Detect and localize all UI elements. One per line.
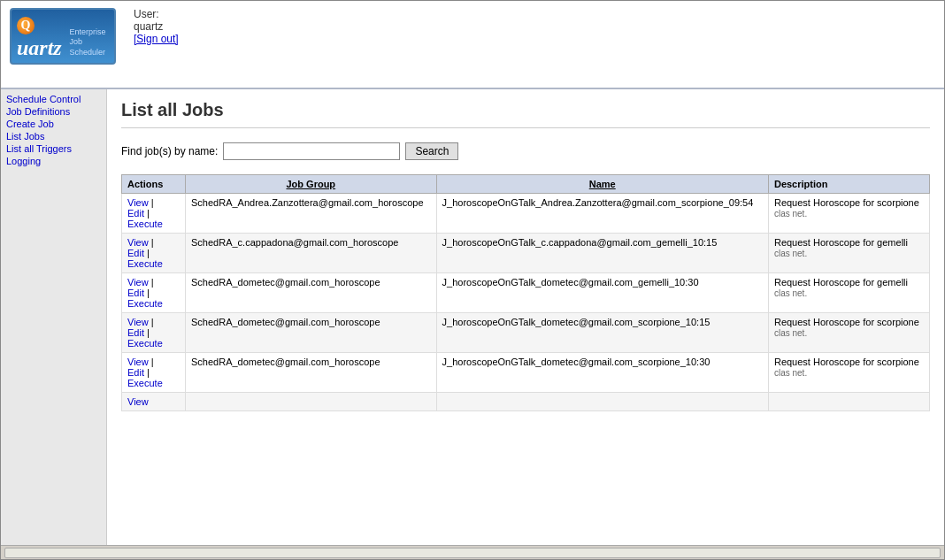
col-actions: Actions — [122, 175, 186, 194]
search-row: Find job(s) by name: Search — [121, 142, 930, 160]
job-description-cell: Request Horoscope for scorpioneclas net. — [768, 194, 929, 234]
table-row: View |Edit |ExecuteSchedRA_dometec@gmail… — [122, 353, 930, 393]
job-description-cell: Request Horoscope for scorpioneclas net. — [768, 313, 929, 353]
user-label: User: — [134, 8, 179, 20]
action-cell: View |Edit |Execute — [122, 313, 186, 353]
action-edit[interactable]: Edit — [127, 208, 144, 219]
action-edit[interactable]: Edit — [127, 288, 144, 298]
action-cell: View — [122, 393, 186, 411]
sidebar-item-schedule-control[interactable]: Schedule Control — [1, 93, 106, 105]
jobs-table: Actions Job Group Name Description View … — [121, 174, 930, 411]
action-view[interactable]: View — [127, 317, 149, 327]
table-header-row: Actions Job Group Name Description — [122, 175, 930, 194]
job-group-cell: SchedRA_dometec@gmail.com_horoscope — [186, 353, 437, 393]
action-cell: View |Edit |Execute — [122, 353, 186, 393]
logo-q-icon: Q — [17, 17, 35, 35]
logo-q: Quartz — [17, 12, 65, 60]
job-name-cell: J_horoscopeOnGTalk_dometec@gmail.com_sco… — [436, 353, 768, 393]
action-edit[interactable]: Edit — [127, 248, 144, 258]
sidebar: Schedule Control Job Definitions Create … — [1, 89, 107, 545]
logo: Quartz Enterprise Job Scheduler — [10, 8, 116, 65]
job-group-cell: SchedRA_dometec@gmail.com_horoscope — [186, 273, 437, 313]
sidebar-item-job-definitions[interactable]: Job Definitions — [1, 105, 106, 118]
job-name-cell: J_horoscopeOnGTalk_dometec@gmail.com_sco… — [436, 313, 768, 353]
job-name-cell: J_horoscopeOnGTalk_Andrea.Zanzottera@gma… — [436, 194, 768, 234]
bottom-scrollbar-bar — [1, 545, 944, 559]
action-view[interactable]: View — [127, 277, 149, 288]
action-edit[interactable]: Edit — [127, 327, 144, 338]
sign-out-link[interactable]: [Sign out] — [134, 33, 179, 45]
action-view[interactable]: View — [127, 197, 149, 208]
table-row: View |Edit |ExecuteSchedRA_dometec@gmail… — [122, 273, 930, 313]
job-description-cell: Request Horoscope for gemelliclas net. — [768, 273, 929, 313]
job-name-cell: J_horoscopeOnGTalk_dometec@gmail.com_gem… — [436, 273, 768, 313]
action-cell: View |Edit |Execute — [122, 273, 186, 313]
table-row: View — [122, 393, 930, 411]
table-row: View |Edit |ExecuteSchedRA_Andrea.Zanzot… — [122, 194, 930, 234]
job-description-cell: Request Horoscope for scorpioneclas net. — [768, 353, 929, 393]
col-description: Description — [768, 175, 929, 194]
action-view[interactable]: View — [127, 237, 149, 248]
sidebar-item-logging[interactable]: Logging — [1, 155, 106, 167]
col-name: Name — [436, 175, 768, 194]
action-execute[interactable]: Execute — [127, 298, 163, 309]
col-job-group: Job Group — [186, 175, 437, 194]
action-execute[interactable]: Execute — [127, 378, 163, 388]
search-input[interactable] — [223, 142, 400, 160]
content-area: List all Jobs Find job(s) by name: Searc… — [107, 89, 944, 545]
sidebar-item-create-job[interactable]: Create Job — [1, 118, 106, 130]
action-execute[interactable]: Execute — [127, 219, 163, 229]
job-name-cell: J_horoscopeOnGTalk_c.cappadona@gmail.com… — [436, 234, 768, 273]
action-edit[interactable]: Edit — [127, 367, 144, 378]
action-cell: View |Edit |Execute — [122, 194, 186, 234]
table-row: View |Edit |ExecuteSchedRA_c.cappadona@g… — [122, 234, 930, 273]
logo-brand: Enterprise Job Scheduler — [69, 14, 109, 58]
user-info: User: quartz [Sign out] — [134, 8, 179, 45]
action-execute[interactable]: Execute — [127, 338, 163, 349]
job-description-cell: Request Horoscope for gemelliclas net. — [768, 234, 929, 273]
sidebar-item-list-jobs[interactable]: List Jobs — [1, 130, 106, 142]
job-group-cell: SchedRA_c.cappadona@gmail.com_horoscope — [186, 234, 437, 273]
header: Quartz Enterprise Job Scheduler User: qu… — [1, 1, 944, 89]
user-name: quartz — [134, 20, 179, 33]
page-title: List all Jobs — [121, 100, 930, 128]
table-body: View |Edit |ExecuteSchedRA_Andrea.Zanzot… — [122, 194, 930, 411]
table-row: View |Edit |ExecuteSchedRA_dometec@gmail… — [122, 313, 930, 353]
action-cell: View |Edit |Execute — [122, 234, 186, 273]
search-button[interactable]: Search — [405, 142, 458, 160]
job-group-cell: SchedRA_Andrea.Zanzottera@gmail.com_horo… — [186, 194, 437, 234]
search-label: Find job(s) by name: — [121, 145, 218, 157]
main-layout: Schedule Control Job Definitions Create … — [1, 89, 944, 545]
action-view[interactable]: View — [127, 357, 149, 367]
horizontal-scrollbar[interactable] — [4, 548, 941, 558]
action-execute[interactable]: Execute — [127, 258, 163, 269]
action-link-view[interactable]: View — [127, 396, 149, 407]
job-group-cell: SchedRA_dometec@gmail.com_horoscope — [186, 313, 437, 353]
sidebar-item-list-all-triggers[interactable]: List all Triggers — [1, 142, 106, 155]
